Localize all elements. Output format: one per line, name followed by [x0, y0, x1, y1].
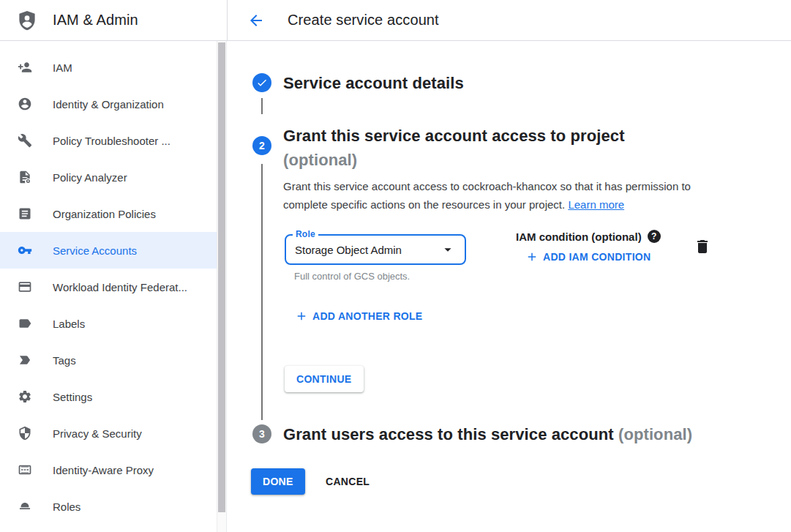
sidebar-item-label: Service Accounts	[53, 244, 137, 257]
sidebar-item-label: Tags	[53, 354, 76, 367]
iam-condition-label-text: IAM condition (optional)	[516, 231, 642, 243]
add-iam-condition-button[interactable]: ADD IAM CONDITION	[525, 250, 651, 263]
page-header: Create service account	[227, 0, 791, 40]
add-another-role-label: ADD ANOTHER ROLE	[312, 310, 423, 322]
sidebar-item-label: IAM	[53, 61, 72, 74]
step2-title-text: Grant this service account access to pro…	[283, 127, 625, 145]
page-title: Create service account	[288, 12, 439, 29]
iap-icon	[18, 462, 32, 477]
app-title[interactable]: IAM & Admin	[53, 12, 138, 29]
tag-icon	[18, 353, 32, 367]
sidebar-item-privacy-security[interactable]: Privacy & Security	[0, 415, 217, 452]
sidebar-item-label: Workload Identity Federat...	[53, 281, 187, 293]
sidebar-item-label: Organization Policies	[53, 208, 156, 220]
sidebar-item-label: Settings	[53, 391, 92, 403]
role-field-label: Role	[293, 229, 318, 239]
wrench-icon	[18, 133, 32, 148]
account-circle-icon	[18, 97, 32, 111]
privacy-shield-icon	[18, 426, 32, 441]
cancel-button[interactable]: CANCEL	[314, 468, 381, 495]
create-service-account-form: Service account details 2 Grant this ser…	[227, 41, 791, 532]
step-connector-main	[261, 164, 263, 420]
step2-description: Grant this service account access to coc…	[283, 177, 720, 214]
plus-icon	[295, 310, 308, 323]
sidebar-item-roles[interactable]: Roles	[0, 488, 217, 525]
sidebar-item-organization-policies[interactable]: Organization Policies	[0, 195, 217, 232]
role-helper-text: Full control of GCS objects.	[294, 271, 410, 282]
step3-indicator[interactable]: 3	[252, 424, 271, 443]
dropdown-arrow-icon	[440, 241, 456, 258]
sidebar-item-label: Identity-Aware Proxy	[53, 464, 154, 476]
person-add-icon	[18, 60, 32, 75]
learn-more-link[interactable]: Learn more	[568, 198, 624, 211]
step2-optional-label: (optional)	[283, 151, 357, 169]
step3-optional-label: (optional)	[618, 425, 692, 443]
sidebar-item-workload-identity-federation[interactable]: Workload Identity Federat...	[0, 269, 217, 305]
roles-hat-icon	[18, 499, 32, 514]
sidebar-item-label: Policy Troubleshooter ...	[53, 135, 170, 147]
step-connector-top	[261, 98, 263, 114]
workload-identity-icon	[18, 280, 32, 294]
sidebar-item-identity-aware-proxy[interactable]: Identity-Aware Proxy	[0, 452, 217, 488]
app-header: IAM & Admin	[0, 0, 227, 40]
step1-title[interactable]: Service account details	[283, 71, 464, 95]
sidebar-item-policy-troubleshooter[interactable]: Policy Troubleshooter ...	[0, 122, 217, 159]
step1-indicator[interactable]	[252, 73, 271, 92]
sidebar-item-iam[interactable]: IAM	[0, 49, 217, 86]
policy-analyzer-icon	[18, 170, 32, 184]
org-policies-icon	[18, 206, 32, 221]
sidebar-item-label: Identity & Organization	[53, 98, 164, 110]
continue-button[interactable]: CONTINUE	[285, 366, 364, 392]
service-accounts-icon	[18, 243, 32, 258]
sidebar-item-label: Roles	[53, 501, 80, 513]
role-select[interactable]: Role Storage Object Admin	[285, 234, 466, 265]
step3-title-text: Grant users access to this service accou…	[283, 425, 614, 443]
sidebar-item-tags[interactable]: Tags	[0, 342, 217, 378]
sidebar-scrollbar	[217, 41, 227, 532]
sidebar-item-settings[interactable]: Settings	[0, 378, 217, 415]
back-button[interactable]	[247, 12, 265, 29]
step2-description-text: Grant this service account access to coc…	[283, 180, 691, 211]
sidebar-item-label: Policy Analyzer	[53, 171, 127, 184]
step3-title[interactable]: Grant users access to this service accou…	[283, 422, 692, 446]
delete-role-button[interactable]	[694, 238, 711, 255]
iam-condition-label: IAM condition (optional) ?	[516, 230, 661, 243]
sidebar-item-label: Privacy & Security	[53, 427, 142, 440]
sidebar-item-identity-organization[interactable]: Identity & Organization	[0, 86, 217, 122]
add-another-role-button[interactable]: ADD ANOTHER ROLE	[295, 310, 423, 323]
check-icon	[256, 77, 268, 89]
done-button[interactable]: DONE	[251, 468, 305, 495]
add-iam-condition-label: ADD IAM CONDITION	[543, 251, 651, 263]
step2-title[interactable]: Grant this service account access to pro…	[283, 124, 625, 172]
sidebar-nav: IAM Identity & Organization Policy Troub…	[0, 41, 217, 532]
gear-icon	[18, 389, 32, 404]
trash-icon	[694, 238, 711, 255]
help-icon[interactable]: ?	[648, 230, 661, 243]
label-icon	[18, 316, 32, 331]
shield-person-icon	[16, 9, 38, 32]
sidebar-item-policy-analyzer[interactable]: Policy Analyzer	[0, 159, 217, 195]
role-selected-value: Storage Object Admin	[295, 244, 402, 256]
arrow-back-icon	[247, 12, 265, 29]
top-header: IAM & Admin Create service account	[0, 0, 791, 41]
sidebar-scrollbar-thumb[interactable]	[218, 42, 225, 512]
step2-number: 2	[259, 140, 265, 151]
step3-number: 3	[259, 428, 265, 440]
sidebar-item-labels[interactable]: Labels	[0, 305, 217, 342]
plus-icon	[525, 250, 539, 263]
step2-indicator[interactable]: 2	[252, 136, 271, 155]
sidebar-item-label: Labels	[53, 318, 85, 330]
sidebar-item-service-accounts[interactable]: Service Accounts	[0, 232, 217, 269]
